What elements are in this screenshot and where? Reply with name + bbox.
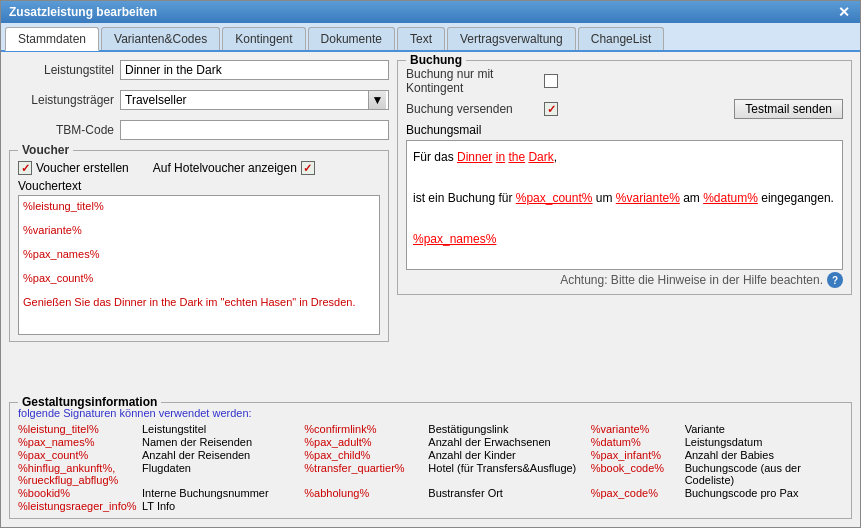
sig-val-4: Flugdaten <box>142 462 300 486</box>
sig-key-5b: %abholung% <box>304 487 424 499</box>
sig-val-3: Anzahl der Reisenden <box>142 449 300 461</box>
hotelvoucher-check-icon: ✓ <box>301 161 315 175</box>
sig-val-2c: Leistungsdatum <box>685 436 843 448</box>
sig-key-4c: %book_code% <box>591 462 681 486</box>
sig-val-5: Interne Buchungsnummer <box>142 487 300 499</box>
sig-val-4b: Hotel (für Transfers&Ausfluge) <box>428 462 586 486</box>
sig-val-2b: Anzahl der Erwachsenen <box>428 436 586 448</box>
hotelvoucher-label: Auf Hotelvoucher anzeigen <box>153 161 297 175</box>
sig-val-5b: Bustransfer Ort <box>428 487 586 499</box>
mail-text-content: Für das Dinner in the Dark, ist ein Buch… <box>413 147 836 270</box>
sig-val-1c: Variante <box>685 423 843 435</box>
sig-key-6c <box>591 500 681 512</box>
sig-key-1: %leistung_titel% <box>18 423 138 435</box>
buchungsmail-area[interactable]: Für das Dinner in the Dark, ist ein Buch… <box>406 140 843 270</box>
tab-stammdaten[interactable]: Stammdaten <box>5 27 99 51</box>
buchungsmail-label: Buchungsmail <box>406 123 481 137</box>
sig-key-2b: %pax_adult% <box>304 436 424 448</box>
gestaltung-group-label: Gestaltungsinformation <box>18 395 161 409</box>
sig-key-1b: %confirmlink% <box>304 423 424 435</box>
tab-kontingent[interactable]: Kontingent <box>222 27 305 50</box>
voucher-group-label: Voucher <box>18 143 73 157</box>
main-content: Leistungstitel Leistungsträger Travelsel… <box>1 52 860 398</box>
sig-val-6c <box>685 500 843 512</box>
sig-val-3c: Anzahl der Babies <box>685 449 843 461</box>
tab-vertragsverwaltung[interactable]: Vertragsverwaltung <box>447 27 576 50</box>
sig-val-1: Leistungstitel <box>142 423 300 435</box>
sig-key-5: %bookid% <box>18 487 138 499</box>
sig-val-2: Namen der Reisenden <box>142 436 300 448</box>
vouchertext-area[interactable]: %leistung_titel% %variante% %pax_names% … <box>18 195 380 335</box>
sig-val-6b <box>428 500 586 512</box>
hint-text: Achtung: Bitte die Hinweise in der Hilfe… <box>560 273 823 287</box>
tab-text[interactable]: Text <box>397 27 445 50</box>
voucher-erstellen-check-icon: ✓ <box>18 161 32 175</box>
gestaltung-grid: %leistung_titel% Leistungstitel %confirm… <box>18 423 843 512</box>
testmail-button[interactable]: Testmail senden <box>734 99 843 119</box>
tab-changelist[interactable]: ChangeList <box>578 27 665 50</box>
sig-key-3: %pax_count% <box>18 449 138 461</box>
sig-key-4: %hinflug_ankunft%,%rueckflug_abflug% <box>18 462 138 486</box>
tab-dokumente[interactable]: Dokumente <box>308 27 395 50</box>
sig-key-6b <box>304 500 424 512</box>
sig-key-2c: %datum% <box>591 436 681 448</box>
tbm-code-label: TBM-Code <box>9 123 114 137</box>
buchung-nur-kontingent-checkbox[interactable] <box>544 74 558 88</box>
leistungstitel-label: Leistungstitel <box>9 63 114 77</box>
sig-val-5c: Buchungscode pro Pax <box>685 487 843 499</box>
sig-key-4b: %transfer_quartier% <box>304 462 424 486</box>
sig-key-1c: %variante% <box>591 423 681 435</box>
leistungstraeger-select[interactable]: Travelseller ▼ <box>120 90 389 110</box>
buchung-nur-kontingent-label: Buchung nur mit Kontingent <box>406 67 536 95</box>
voucher-erstellen-label: Voucher erstellen <box>36 161 129 175</box>
sig-val-6: LT Info <box>142 500 300 512</box>
sig-key-2: %pax_names% <box>18 436 138 448</box>
gestaltung-group: Gestaltungsinformation folgende Signatur… <box>9 402 852 519</box>
tab-varianten[interactable]: Varianten&Codes <box>101 27 220 50</box>
hint-row: Achtung: Bitte die Hinweise in der Hilfe… <box>406 272 843 288</box>
leistungstitel-input[interactable] <box>120 60 389 80</box>
voucher-erstellen-checkbox[interactable]: ✓ Voucher erstellen <box>18 161 129 175</box>
tbm-code-row: TBM-Code <box>9 120 389 140</box>
sig-val-1b: Bestätigungslink <box>428 423 586 435</box>
buchung-group: Buchung Buchung nur mit Kontingent Buchu… <box>397 60 852 295</box>
leistungstraeger-label: Leistungsträger <box>9 93 114 107</box>
window-title: Zusatzleistung bearbeiten <box>9 5 157 19</box>
buchung-group-label: Buchung <box>406 53 466 67</box>
buchung-nur-kontingent-row: Buchung nur mit Kontingent <box>406 67 843 95</box>
left-panel: Leistungstitel Leistungsträger Travelsel… <box>9 60 389 390</box>
buchung-versenden-checkbox[interactable]: ✓ <box>544 102 558 116</box>
sig-key-6: %leistungsraeger_info% <box>18 500 138 512</box>
leistungstraeger-row: Leistungsträger Travelseller ▼ <box>9 90 389 110</box>
title-bar: Zusatzleistung bearbeiten ✕ <box>1 1 860 23</box>
voucher-options-row: ✓ Voucher erstellen Auf Hotelvoucher anz… <box>18 161 380 175</box>
right-panel: Buchung Buchung nur mit Kontingent Buchu… <box>397 60 852 390</box>
buchung-versenden-row: Buchung versenden ✓ Testmail senden <box>406 99 843 119</box>
sig-key-3c: %pax_infant% <box>591 449 681 461</box>
voucher-group: Voucher ✓ Voucher erstellen Auf Hotelvou… <box>9 150 389 342</box>
select-arrow-icon: ▼ <box>368 91 386 109</box>
sig-key-5c: %pax_code% <box>591 487 681 499</box>
tab-bar: Stammdaten Varianten&Codes Kontingent Do… <box>1 23 860 52</box>
leistungstraeger-value: Travelseller <box>125 93 187 107</box>
vouchertext-label: Vouchertext <box>18 179 81 193</box>
help-icon[interactable]: ? <box>827 272 843 288</box>
tbm-code-input[interactable] <box>120 120 389 140</box>
close-button[interactable]: ✕ <box>836 4 852 20</box>
main-window: Zusatzleistung bearbeiten ✕ Stammdaten V… <box>0 0 861 528</box>
sig-val-4c: Buchungscode (aus der Codeliste) <box>685 462 843 486</box>
hotelvoucher-checkbox[interactable]: Auf Hotelvoucher anzeigen ✓ <box>153 161 315 175</box>
buchung-versenden-label: Buchung versenden <box>406 102 536 116</box>
sig-key-3b: %pax_child% <box>304 449 424 461</box>
sig-val-3b: Anzahl der Kinder <box>428 449 586 461</box>
leistungstitel-row: Leistungstitel <box>9 60 389 80</box>
bottom-section: Gestaltungsinformation folgende Signatur… <box>1 398 860 527</box>
